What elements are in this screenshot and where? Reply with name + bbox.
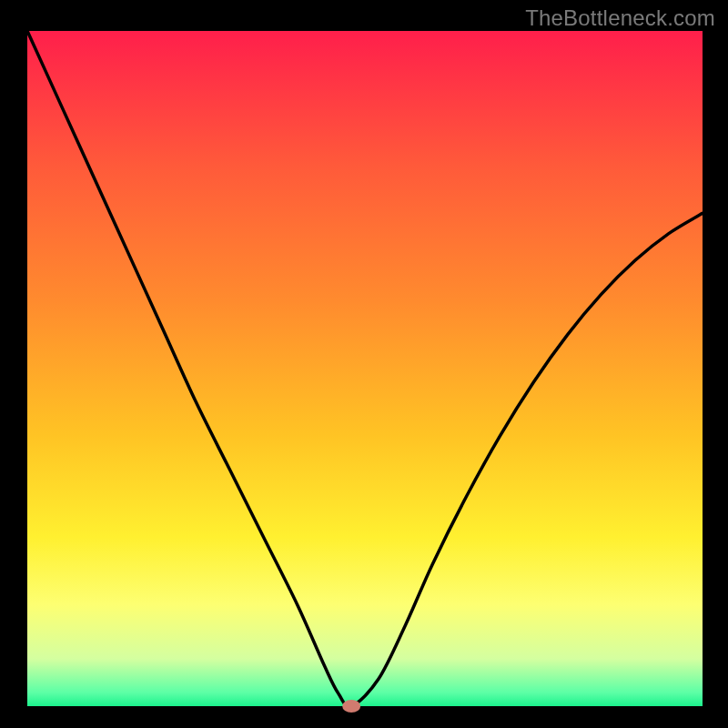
chart-frame: TheBottleneck.com	[0, 0, 728, 728]
optimal-point-marker	[342, 700, 360, 713]
watermark-text: TheBottleneck.com	[525, 5, 715, 31]
plot-background	[27, 31, 703, 706]
bottleneck-chart	[0, 0, 728, 728]
